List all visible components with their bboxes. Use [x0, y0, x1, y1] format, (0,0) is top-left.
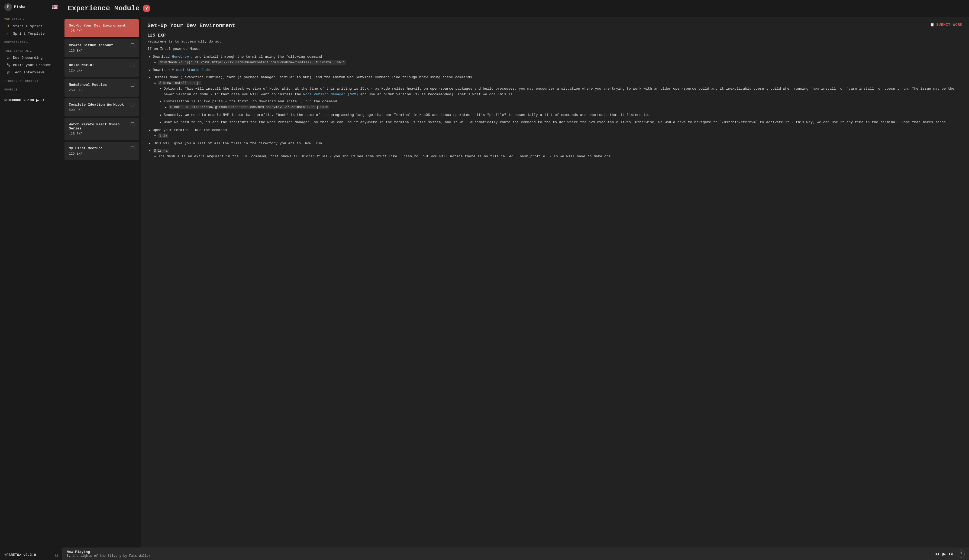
- brew-install-node: $ brew install nodejs Optional: This wil…: [158, 80, 962, 125]
- what-we-need-item: What we need to do, is add the shortcuts…: [164, 120, 962, 125]
- mentorships-collapse-icon[interactable]: [26, 41, 28, 44]
- module-card-header: Set-Up Your Dev Environment: [69, 23, 135, 28]
- now-playing-info: Now Playing By the Lights of the Silvery…: [67, 550, 931, 558]
- nvm-link[interactable]: Node Version Manager (NVM): [303, 92, 358, 96]
- profile-section-label: PROFILE: [0, 85, 62, 93]
- module-card-header: Watch Pareto React Video Series: [69, 122, 135, 131]
- fullstack-section-label: FULL-STACK JS: [0, 46, 62, 54]
- homebrew-item: Download Homebrew , and install through …: [153, 54, 962, 65]
- detail-panel: Set-Up Your Dev Environment 📋 SUBMIT WOR…: [141, 17, 969, 548]
- main-content: Experience Module ? Set-Up Your Dev Envi…: [62, 0, 969, 560]
- avatar: M: [4, 3, 12, 11]
- arena-collapse-icon[interactable]: [22, 18, 24, 21]
- module-card-header: My First Meetup!: [69, 146, 135, 150]
- module-card-checkbox[interactable]: [131, 146, 135, 150]
- prev-track-button[interactable]: ⏮: [935, 552, 939, 557]
- module-card-watch-pareto-react[interactable]: Watch Pareto React Video Series 125 EXP: [65, 118, 139, 140]
- module-card-hello-world[interactable]: Hello World! 125 EXP: [65, 59, 139, 77]
- sidebar-item-build-product[interactable]: 🔧 Build your Product: [0, 61, 62, 69]
- detail-title-area: Set-Up Your Dev Environment: [147, 22, 235, 30]
- now-playing-label: Now Playing: [67, 550, 931, 554]
- brew-cmd: $ brew install nodejs: [158, 81, 201, 85]
- module-card-complete-ideation[interactable]: Complete Ideation Workbook 500 EXP: [65, 98, 139, 116]
- next-track-button[interactable]: ⏭: [949, 552, 953, 557]
- user-name: Misha: [14, 5, 25, 9]
- detail-exp: 125 EXP: [147, 33, 962, 38]
- folder-icon: 🗂: [7, 56, 11, 60]
- pomodoro-reset-button[interactable]: ↺: [41, 98, 45, 102]
- dash-a-note: The dash a is an extra argument in the `…: [158, 154, 962, 160]
- module-card-create-github[interactable]: Create GitHub Account 125 EXP: [65, 39, 139, 57]
- fullstack-collapse-icon[interactable]: [30, 50, 32, 53]
- module-card-first-meetup[interactable]: My First Meetup! 125 EXP: [65, 142, 139, 160]
- module-card-title: Hello World!: [69, 63, 131, 67]
- module-card-exp: 125 EXP: [69, 152, 135, 156]
- module-card-setup-dev[interactable]: Set-Up Your Dev Environment 125 EXP: [65, 19, 139, 37]
- module-card-header: Complete Ideation Workbook: [69, 103, 135, 107]
- content-area: Set-Up Your Dev Environment 125 EXP Crea…: [62, 17, 969, 548]
- curl-cmd-item: $ curl -o- https://raw.githubusercontent…: [169, 105, 962, 110]
- sidebar-item-sprint-template[interactable]: ✏️ Sprint Template: [0, 30, 62, 37]
- module-card-checkbox[interactable]: [131, 122, 135, 126]
- module-card-checkbox[interactable]: [131, 103, 135, 106]
- sidebar-divider: [0, 94, 62, 94]
- page-header: Experience Module ?: [62, 0, 969, 17]
- submit-work-button[interactable]: 📋 SUBMIT WORK: [930, 22, 962, 27]
- list-files-item: This will give you a list of all the fil…: [153, 141, 962, 146]
- flag-icon: 🇺🇸: [52, 4, 58, 10]
- pomodoro-play-button[interactable]: ▶: [36, 98, 39, 102]
- install-node-item: Install Node (JavaScript runtime), Yarn …: [153, 75, 962, 125]
- now-playing-bar: Now Playing By the Lights of the Silvery…: [62, 548, 969, 560]
- run-icon: 🏃: [7, 24, 11, 28]
- library-section-label: LIBRARY OF CONTEXT: [0, 76, 62, 85]
- page-title: Experience Module: [68, 4, 140, 12]
- module-card-checkbox[interactable]: [131, 43, 135, 47]
- module-card-header: Hello World!: [69, 63, 135, 67]
- ls-cmd: $ ls: [158, 133, 168, 138]
- curl-cmd: $ curl -o- https://raw.githubusercontent…: [169, 105, 329, 110]
- module-card-title: Set-Up Your Dev Environment: [69, 23, 131, 28]
- sidebar-item-tech-interviews[interactable]: 🎓 Tech Interviews: [0, 69, 62, 76]
- mentorships-section-label: MENTORSHIPS: [0, 37, 62, 46]
- play-pause-button[interactable]: ▶: [942, 551, 946, 557]
- module-card-header: NodeSchool Modules: [69, 83, 135, 87]
- sidebar-footer: <PARETO> v0.2.0 ⬚: [0, 550, 62, 560]
- module-card-checkbox[interactable]: [131, 63, 135, 67]
- ls-a-item: $ ls -a The dash a is an extra argument …: [153, 148, 962, 160]
- module-card-title: NodeSchool Modules: [69, 83, 131, 87]
- vscode-link[interactable]: Visual Studio Code: [172, 68, 210, 72]
- open-terminal-item: Open your terminal. Run the command: $ l…: [153, 128, 962, 139]
- module-card-checkbox[interactable]: [131, 83, 135, 86]
- bottom-help-button[interactable]: ?: [957, 550, 965, 558]
- sidebar-item-start-sprint[interactable]: 🏃 Start a Sprint: [0, 23, 62, 30]
- ls-a-cmd: $ ls -a: [153, 149, 168, 153]
- homebrew-cmd: /bin/bash -c "$(curl -fsSL https://raw.g…: [158, 60, 346, 65]
- detail-title: Set-Up Your Dev Environment: [147, 22, 235, 29]
- arena-section-label: THE ARENA: [0, 14, 62, 23]
- detail-header-row: Set-Up Your Dev Environment 📋 SUBMIT WOR…: [147, 22, 962, 30]
- pencil-icon: ✏️: [7, 32, 11, 36]
- homebrew-link[interactable]: Homebrew: [172, 55, 188, 59]
- secondly-item: Secondly, we need to enable NVM in our b…: [164, 112, 962, 118]
- module-card-title: My First Meetup!: [69, 146, 131, 150]
- module-card-title: Complete Ideation Workbook: [69, 103, 131, 107]
- optional-note: Optional: This will install the latest v…: [164, 86, 962, 98]
- module-card-exp: 125 EXP: [69, 29, 135, 33]
- user-info: M Misha: [4, 3, 25, 11]
- wrench-icon: 🔧: [7, 63, 11, 67]
- logout-icon[interactable]: ⬚: [55, 553, 58, 557]
- installation-parts: Installation is in two parts - the first…: [164, 99, 962, 110]
- help-icon[interactable]: ?: [143, 5, 150, 12]
- module-card-checkbox[interactable]: [131, 23, 135, 27]
- module-card-exp: 125 EXP: [69, 132, 135, 136]
- pomodoro-bar: POMODORO 25:00 ▶ ↺: [0, 95, 62, 105]
- sidebar-item-dev-onboarding[interactable]: 🗂 Dev Onboarding: [0, 54, 62, 61]
- homebrew-cmd-item: /bin/bash -c "$(curl -fsSL https://raw.g…: [158, 60, 962, 65]
- playback-controls: ⏮ ▶ ⏭: [935, 551, 953, 557]
- module-card-exp: 500 EXP: [69, 108, 135, 112]
- module-card-title: Watch Pareto React Video Series: [69, 122, 131, 131]
- module-list: Set-Up Your Dev Environment 125 EXP Crea…: [62, 17, 141, 548]
- detail-requirements: Requirements to successfully do so:: [147, 40, 962, 43]
- module-card-nodeschool-modules[interactable]: NodeSchool Modules 250 EXP: [65, 78, 139, 97]
- sidebar-header: M Misha 🇺🇸: [0, 0, 62, 14]
